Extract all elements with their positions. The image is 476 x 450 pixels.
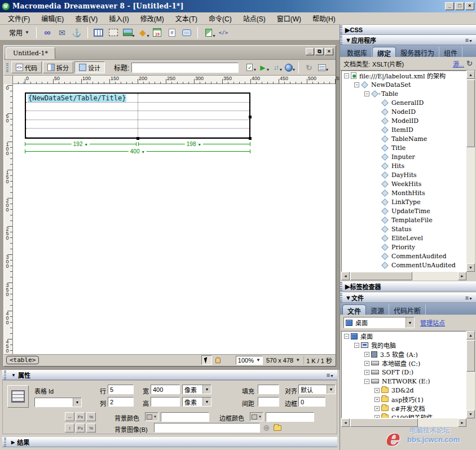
design-view-button[interactable]: 设计 bbox=[74, 61, 105, 73]
expand-icon[interactable]: + bbox=[364, 370, 369, 375]
menu-item-修改(M)[interactable]: 修改(M) bbox=[135, 12, 170, 25]
files-tab-文件[interactable]: 文件 bbox=[342, 305, 366, 315]
height-unit-select[interactable]: 像素 ▼ bbox=[182, 397, 211, 407]
zoom-select[interactable]: 100% ▼ bbox=[236, 356, 263, 365]
expand-icon[interactable]: + bbox=[364, 352, 369, 357]
scroll-down-icon[interactable]: ▼ bbox=[466, 263, 475, 272]
comment-icon[interactable]: … bbox=[180, 26, 193, 39]
table-row[interactable] bbox=[26, 111, 249, 120]
tag-selector[interactable]: <table> bbox=[6, 356, 39, 364]
files-tree-item[interactable]: −NETWORK (E:) bbox=[342, 377, 466, 386]
minimize-button[interactable]: _ bbox=[445, 2, 454, 10]
schema-tree-item[interactable]: Priority bbox=[342, 242, 466, 252]
border-color-well[interactable]: ▼ bbox=[250, 412, 263, 421]
horizontal-scrollbar[interactable]: ◄ ► bbox=[341, 418, 466, 427]
maximize-button[interactable]: □ bbox=[455, 2, 464, 10]
schema-tree-item[interactable]: Hits bbox=[342, 161, 466, 170]
convert-widths-to-percent-icon[interactable]: % bbox=[86, 412, 96, 421]
files-tree-item[interactable]: +C100相关软件 bbox=[342, 413, 466, 418]
convert-heights-to-pixels-icon[interactable]: Px bbox=[76, 423, 85, 433]
collapse-icon[interactable]: − bbox=[364, 91, 369, 96]
menu-item-文件(F)[interactable]: 文件(F) bbox=[2, 12, 36, 25]
schema-tree-item[interactable]: CommentAudited bbox=[342, 252, 466, 261]
insert-div-icon[interactable] bbox=[107, 26, 120, 39]
panel-options-icon[interactable]: ≡▼ bbox=[465, 37, 473, 43]
table-icon[interactable] bbox=[92, 26, 105, 39]
schema-tree-item[interactable]: −file:///E|/labelout.xml 的架构 bbox=[342, 71, 466, 80]
validate-markup-icon[interactable]: ✓▼ bbox=[243, 61, 256, 73]
template-icon[interactable]: ▼ bbox=[202, 26, 215, 39]
panel-grip-handle[interactable] bbox=[340, 25, 342, 34]
doc-restore-button[interactable]: ⧉ bbox=[315, 48, 324, 55]
schema-tree-item[interactable]: −NewDataSet bbox=[342, 80, 466, 89]
schema-tree-item[interactable]: UpdateTime bbox=[342, 206, 466, 215]
cellspace-input[interactable] bbox=[258, 397, 279, 407]
preview-browser-icon[interactable]: ▼ bbox=[282, 61, 295, 73]
schema-tree-item[interactable]: LinkType bbox=[342, 197, 466, 206]
resize-handle-corner[interactable] bbox=[249, 137, 252, 140]
image-icon[interactable]: ▼ bbox=[121, 26, 135, 39]
panel-grip-handle[interactable] bbox=[4, 370, 6, 380]
scrollbar-thumb[interactable] bbox=[466, 340, 475, 372]
width-input[interactable] bbox=[151, 385, 180, 394]
align-select[interactable]: 默认 ▼ bbox=[298, 385, 336, 394]
expand-icon[interactable]: + bbox=[364, 361, 369, 366]
files-tab-代码片断[interactable]: 代码片断 bbox=[389, 305, 426, 315]
table-row[interactable]: {NewDataSet/Table/Title} bbox=[26, 94, 249, 103]
doc-close-button[interactable]: × bbox=[325, 48, 333, 55]
site-select[interactable]: 桌面 ▼ bbox=[343, 317, 415, 328]
menu-item-窗口(W)[interactable]: 窗口(W) bbox=[271, 12, 307, 25]
view-options-icon[interactable]: ▼ bbox=[315, 61, 328, 73]
toolbar-grip-handle[interactable] bbox=[6, 63, 8, 72]
expand-icon[interactable]: + bbox=[374, 406, 380, 411]
files-tree-item[interactable]: +c#开发文档 bbox=[342, 404, 466, 413]
panel-grip-handle[interactable] bbox=[340, 36, 342, 45]
schema-tree-item[interactable]: WeekHits bbox=[342, 179, 466, 188]
panel-grip-handle[interactable] bbox=[4, 438, 6, 447]
table-id-select[interactable]: ▼ bbox=[34, 398, 82, 407]
collapse-icon[interactable]: − bbox=[344, 73, 349, 78]
select-tool-icon[interactable] bbox=[201, 355, 212, 365]
manage-sites-link[interactable]: 管理站点 bbox=[420, 318, 445, 327]
tag-inspector-header[interactable]: ▶ 标签检查器 bbox=[340, 281, 476, 292]
collapse-icon[interactable]: − bbox=[354, 343, 359, 348]
application-panel-header[interactable]: ▼ 应用程序 ≡▼ bbox=[340, 35, 476, 45]
scroll-down-icon[interactable]: ▼ bbox=[466, 410, 475, 418]
split-view-button[interactable]: 拆分 bbox=[43, 61, 73, 73]
file-management-icon[interactable]: ↓↑▼ bbox=[269, 61, 282, 73]
menu-item-编辑(E)[interactable]: 编辑(E) bbox=[36, 12, 69, 25]
clear-column-widths-icon[interactable]: ↔ bbox=[65, 412, 74, 421]
insert-category-dropdown[interactable]: 常用 ▼ bbox=[6, 27, 33, 38]
scrollbar-thumb[interactable] bbox=[466, 80, 475, 147]
expand-icon[interactable]: + bbox=[374, 397, 380, 402]
schema-tree-item[interactable]: CommentUnAudited bbox=[342, 261, 466, 270]
files-tree-item[interactable]: +SOFT (D:) bbox=[342, 368, 466, 377]
cellpad-input[interactable] bbox=[258, 385, 279, 394]
vertical-scrollbar[interactable]: ▲ ▼ bbox=[466, 70, 475, 272]
tag-chooser-icon[interactable]: </> bbox=[217, 26, 230, 39]
hand-tool-icon[interactable] bbox=[213, 355, 223, 365]
schema-tree-item[interactable]: −Table bbox=[342, 89, 466, 98]
bg-color-well[interactable]: ▼ bbox=[145, 412, 158, 421]
files-tree-item[interactable]: +3.5 软盘 (A:) bbox=[342, 350, 466, 359]
convert-heights-to-percent-icon[interactable]: % bbox=[86, 423, 96, 433]
files-tree-item[interactable]: +asp技巧(1) bbox=[342, 395, 466, 404]
code-view-button[interactable]: <> 代码 bbox=[11, 61, 42, 73]
height-input[interactable] bbox=[151, 397, 180, 407]
browse-folder-icon[interactable] bbox=[274, 425, 281, 431]
menu-item-站点(S)[interactable]: 站点(S) bbox=[237, 12, 271, 25]
rows-input[interactable] bbox=[108, 385, 134, 394]
column1-width-menu[interactable]: 192 ▼ bbox=[72, 141, 90, 147]
resize-handle-right[interactable] bbox=[249, 116, 252, 118]
menu-item-插入(I)[interactable]: 插入(I) bbox=[103, 12, 134, 25]
files-tree-item[interactable]: +本地磁盘 (C:) bbox=[342, 359, 466, 368]
table-row[interactable] bbox=[26, 129, 249, 138]
files-tab-资源[interactable]: 资源 bbox=[366, 305, 389, 315]
clear-row-heights-icon[interactable]: ↕ bbox=[65, 423, 74, 433]
selected-table[interactable]: {NewDataSet/Table/Title} bbox=[25, 92, 250, 139]
files-tree-item[interactable]: −我的电脑 bbox=[342, 341, 466, 350]
application-tab-服务器行为[interactable]: 服务器行为 bbox=[396, 47, 439, 57]
menu-item-帮助(H)[interactable]: 帮助(H) bbox=[307, 12, 341, 25]
schema-tree-item[interactable]: Status bbox=[342, 224, 466, 233]
named-anchor-icon[interactable]: ⚓ bbox=[70, 26, 83, 39]
